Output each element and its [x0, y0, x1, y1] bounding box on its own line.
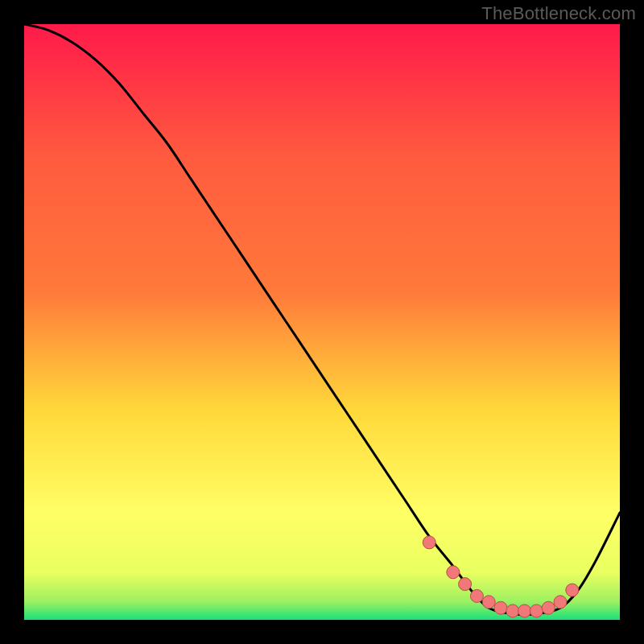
- highlight-dot: [423, 536, 436, 549]
- highlight-dot: [459, 578, 472, 591]
- gradient-background: [24, 24, 620, 620]
- bottleneck-chart: [24, 24, 620, 620]
- highlight-dot: [530, 605, 543, 617]
- highlight-dot: [470, 589, 483, 602]
- chart-frame: TheBottleneck.com: [0, 0, 644, 644]
- highlight-dot: [518, 605, 531, 617]
- highlight-dot: [554, 596, 567, 609]
- highlight-dot: [566, 584, 579, 597]
- highlight-dot: [482, 596, 495, 609]
- highlight-dot: [447, 566, 460, 579]
- highlight-dot: [494, 601, 507, 614]
- highlight-dot: [506, 605, 519, 617]
- highlight-dot: [542, 601, 555, 614]
- watermark-text: TheBottleneck.com: [481, 3, 636, 24]
